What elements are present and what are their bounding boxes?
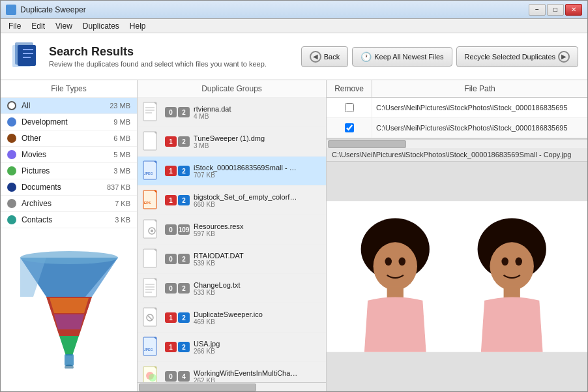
- badge-count2: 2: [178, 283, 190, 294]
- sidebar-item-all[interactable]: All 23 MB: [1, 98, 137, 114]
- badge-count2: 2: [178, 312, 190, 323]
- dup-groups-hscroll[interactable]: [138, 382, 326, 391]
- right-panel: Remove File Path C:\Users\Neil\Pictures\…: [327, 80, 587, 391]
- file-path-1: C:\Users\Neil\Pictures\iStockPhotos\iSto…: [372, 98, 587, 117]
- file-name: USA.jpg: [194, 340, 298, 348]
- list-item[interactable]: 0 2 RTAIODAT.DAT 539 KB: [138, 245, 326, 274]
- badge-count2: 2: [178, 136, 190, 147]
- back-button[interactable]: ◀ Back: [301, 46, 348, 67]
- file-icon-jpg: JPEG: [143, 160, 161, 181]
- recycle-icon: ▶: [558, 51, 570, 63]
- menu-help[interactable]: Help: [125, 20, 151, 32]
- close-button[interactable]: ✕: [565, 4, 582, 16]
- file-size: 539 KB: [194, 260, 321, 267]
- list-item[interactable]: 1 2 DuplicateSweeper.ico 469 KB: [138, 303, 326, 333]
- sidebar-item-development[interactable]: Development 9 MB: [1, 114, 137, 130]
- list-item[interactable]: 0 4 WorkingWithEventsInMultiChart.pdb 26…: [138, 362, 326, 382]
- badge-count2: 2: [178, 166, 190, 176]
- dot-documents: [7, 183, 16, 192]
- svg-rect-27: [143, 190, 156, 209]
- svg-rect-36: [143, 279, 156, 297]
- menu-edit[interactable]: Edit: [26, 20, 50, 32]
- dot-development: [7, 117, 16, 127]
- file-name: ChangeLog.txt: [194, 281, 298, 289]
- svg-marker-9: [59, 336, 79, 355]
- duplicate-groups-panel: Duplicate Groups 0 2 rtvienna.dat 4 MB: [138, 80, 327, 391]
- dot-pictures: [7, 166, 16, 175]
- path-hscroll[interactable]: [327, 139, 587, 148]
- file-name: Resources.resx: [194, 222, 298, 230]
- keep-newest-button[interactable]: 🕐 Keep All Newest Files: [352, 47, 452, 67]
- menu-view[interactable]: View: [50, 20, 78, 32]
- header-icon: [10, 40, 41, 73]
- maximize-button[interactable]: □: [547, 4, 564, 16]
- menu-duplicates[interactable]: Duplicates: [78, 20, 125, 32]
- list-item[interactable]: 1 2 TuneSweeper (1).dmg 3 MB: [138, 127, 326, 157]
- svg-rect-22: [143, 132, 156, 150]
- sidebar-item-other[interactable]: Other 6 MB: [1, 130, 137, 147]
- list-item[interactable]: JPEG 1 2 iStock_000018683569Small - Copy…: [138, 157, 326, 186]
- menu-bar: File Edit View Duplicates Help: [1, 19, 587, 33]
- sidebar: File Types All 23 MB Development 9 MB Ot…: [1, 80, 138, 391]
- preview-image: [327, 162, 587, 391]
- list-item[interactable]: JPEG 1 2 USA.jpg 266 KB: [138, 333, 326, 362]
- file-icon-resx: [143, 219, 161, 240]
- svg-rect-13: [65, 354, 74, 366]
- svg-text:JPEG: JPEG: [144, 172, 153, 175]
- svg-point-33: [151, 230, 153, 232]
- remove-checkbox-1[interactable]: [345, 103, 354, 112]
- svg-point-68: [501, 258, 508, 266]
- file-name: bigstock_Set_of_empty_colorful_tags: [194, 193, 298, 201]
- badge-count1: 0: [165, 224, 177, 235]
- funnel-graphic: [1, 228, 137, 391]
- list-item[interactable]: EPS 1 2 bigstock_Set_of_empty_colorful_t…: [138, 186, 326, 215]
- sidebar-item-archives[interactable]: Archives 7 KB: [1, 196, 137, 212]
- table-row: C:\Users\Neil\Pictures\iStockPhotos\iSto…: [327, 118, 587, 138]
- list-item[interactable]: 0 2 ChangeLog.txt 533 KB: [138, 274, 326, 303]
- svg-marker-5: [23, 57, 31, 58]
- file-name: RTAIODAT.DAT: [194, 252, 298, 260]
- svg-rect-59: [327, 201, 587, 352]
- clock-icon: 🕐: [360, 52, 372, 62]
- preview-area: [327, 162, 587, 391]
- dot-other: [7, 134, 16, 143]
- col-path-header: File Path: [372, 80, 587, 97]
- main-content: File Types All 23 MB Development 9 MB Ot…: [1, 80, 587, 391]
- sidebar-item-documents[interactable]: Documents 837 KB: [1, 179, 137, 196]
- remove-checkbox-2[interactable]: [345, 123, 354, 132]
- svg-point-61: [374, 242, 417, 290]
- dot-archives: [7, 199, 16, 208]
- dup-groups-list: 0 2 rtvienna.dat 4 MB 1 2: [138, 98, 326, 382]
- list-item[interactable]: 0 109 Resources.resx 597 KB: [138, 215, 326, 245]
- file-size: 469 KB: [194, 318, 321, 325]
- recycle-button[interactable]: Recycle Selected Duplicates ▶: [456, 46, 578, 67]
- sidebar-item-contacts[interactable]: Contacts 3 KB: [1, 212, 137, 228]
- minimize-button[interactable]: −: [529, 4, 546, 16]
- path-hscroll-thumb[interactable]: [328, 140, 406, 148]
- file-icon-dat2: [143, 249, 161, 269]
- file-size: 266 KB: [194, 348, 321, 355]
- file-size: 3 MB: [194, 142, 321, 149]
- svg-marker-4: [23, 53, 33, 54]
- svg-point-11: [20, 251, 118, 264]
- badge-count1: 1: [165, 166, 177, 176]
- svg-point-69: [515, 258, 522, 266]
- dot-movies: [7, 150, 16, 159]
- file-icon-jpg2: JPEG: [143, 337, 161, 357]
- svg-rect-24: [143, 161, 156, 179]
- file-icon-ps: EPS: [143, 190, 161, 211]
- menu-file[interactable]: File: [3, 20, 26, 32]
- window-controls: − □ ✕: [529, 4, 582, 16]
- page-title: Search Results: [49, 45, 267, 59]
- badge-count1: 1: [165, 136, 177, 147]
- file-size: 597 KB: [194, 230, 321, 237]
- list-item[interactable]: 0 2 rtvienna.dat 4 MB: [138, 98, 326, 127]
- preview-file-label: C:\Users\Neil\Pictures\iStockPhotos\iSto…: [327, 148, 587, 162]
- sidebar-item-movies[interactable]: Movies 5 MB: [1, 147, 137, 163]
- svg-point-66: [490, 242, 534, 290]
- sidebar-item-pictures[interactable]: Pictures 3 MB: [1, 163, 137, 179]
- hscroll-thumb[interactable]: [139, 384, 256, 391]
- badge-count2: 4: [178, 371, 190, 382]
- svg-rect-2: [18, 45, 36, 66]
- dup-groups-header: Duplicate Groups: [138, 80, 326, 98]
